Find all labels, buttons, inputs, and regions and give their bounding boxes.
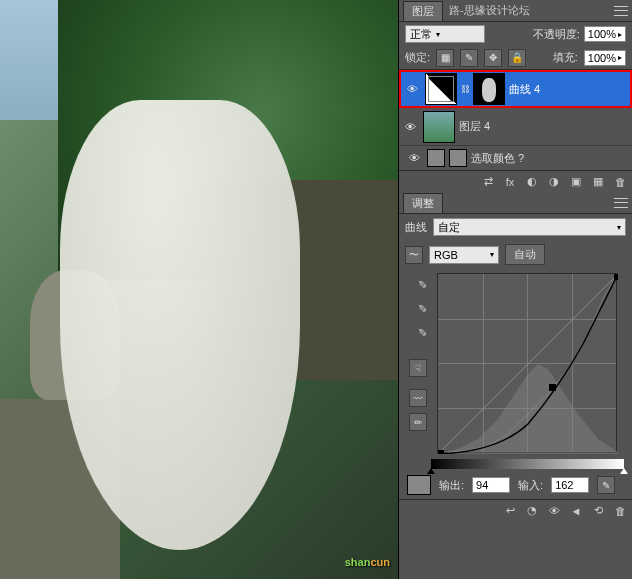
tab-adjustments[interactable]: 调整: [403, 193, 443, 213]
clip-icon[interactable]: ◔: [524, 503, 540, 519]
preset-dropdown[interactable]: 自定▾: [433, 218, 626, 236]
panel-menu-icon[interactable]: [614, 198, 628, 208]
prev-icon[interactable]: ◄: [568, 503, 584, 519]
blend-toolbar: 正常▾ 不透明度: 100%▸: [399, 22, 632, 46]
lock-all-icon[interactable]: 🔒: [508, 49, 526, 67]
watermark: shancun: [345, 550, 390, 571]
trash-icon[interactable]: 🗑: [612, 503, 628, 519]
opacity-label: 不透明度:: [533, 27, 580, 42]
layer-list: 👁 ⛓ 曲线 4 👁 图层 4 👁 选取颜色 ?: [399, 70, 632, 170]
layer-name[interactable]: 曲线 4: [509, 82, 628, 97]
mask-thumb[interactable]: [473, 73, 505, 105]
lock-transparency-icon[interactable]: ▦: [436, 49, 454, 67]
link-layers-icon[interactable]: ⇄: [480, 174, 496, 190]
adjust-panel-tabs: 调整: [399, 192, 632, 214]
output-value-input[interactable]: 94: [472, 477, 510, 493]
curves-tools: ☟ 〰 ✏: [405, 273, 431, 453]
layers-bottom-bar: ⇄ fx ◐ ◑ ▣ ▦ 🗑: [399, 170, 632, 192]
small-thumb[interactable]: [449, 149, 467, 167]
curves-graph[interactable]: [437, 273, 617, 453]
layer-row-selective-color[interactable]: 👁 选取颜色 ?: [399, 146, 632, 170]
eyedropper-gray-icon[interactable]: [409, 301, 427, 319]
tab-layers[interactable]: 图层: [403, 1, 443, 21]
eye-icon[interactable]: 👁: [546, 503, 562, 519]
reset-icon[interactable]: ⟲: [590, 503, 606, 519]
auto-button[interactable]: 自动: [505, 244, 545, 265]
lock-pixels-icon[interactable]: ✎: [460, 49, 478, 67]
draw-curve-icon[interactable]: ✏: [409, 413, 427, 431]
visibility-eye-icon[interactable]: 👁: [401, 118, 419, 136]
input-gradient[interactable]: [431, 459, 624, 469]
group-icon[interactable]: ▣: [568, 174, 584, 190]
lock-label: 锁定:: [405, 50, 430, 65]
output-input-row: 输出: 94 输入: 162 ✎: [399, 471, 632, 499]
layer-row-curves4[interactable]: 👁 ⛓ 曲线 4: [399, 70, 632, 108]
new-layer-icon[interactable]: ▦: [590, 174, 606, 190]
panel-menu-icon[interactable]: [614, 6, 628, 16]
fill-label: 填充:: [553, 50, 578, 65]
adjustment-thumb[interactable]: [425, 73, 457, 105]
layers-panel-tabs: 图层 路-思缘设计论坛: [399, 0, 632, 22]
link-icon: ⛓: [461, 84, 469, 94]
document-canvas[interactable]: shancun: [0, 0, 398, 579]
lock-position-icon[interactable]: ✥: [484, 49, 502, 67]
curves-channel-row: 〜 RGB▾ 自动: [399, 240, 632, 269]
opacity-input[interactable]: 100%▸: [584, 26, 626, 42]
eyedropper-white-icon[interactable]: [409, 325, 427, 343]
mask-icon[interactable]: ◐: [524, 174, 540, 190]
blend-mode-dropdown[interactable]: 正常▾: [405, 25, 485, 43]
svg-rect-3: [438, 450, 444, 454]
preview-thumb: [407, 475, 431, 495]
lock-toolbar: 锁定: ▦ ✎ ✥ 🔒 填充: 100%▸: [399, 46, 632, 70]
adjustment-icon[interactable]: ◑: [546, 174, 562, 190]
layer-name[interactable]: 选取颜色 ?: [471, 151, 626, 166]
curves-preset-row: 曲线 自定▾: [399, 214, 632, 240]
input-label: 输入:: [518, 478, 543, 493]
visibility-eye-icon[interactable]: 👁: [403, 80, 421, 98]
header-caption: 路-思缘设计论坛: [449, 3, 530, 18]
channel-dropdown[interactable]: RGB▾: [429, 246, 499, 264]
pencil-icon[interactable]: ✎: [597, 476, 615, 494]
panels-column: 图层 路-思缘设计论坛 正常▾ 不透明度: 100%▸ 锁定: ▦ ✎ ✥ 🔒 …: [398, 0, 632, 579]
svg-rect-2: [549, 384, 556, 391]
curves-editor: ☟ 〰 ✏: [399, 269, 632, 457]
curves-label: 曲线: [405, 220, 427, 235]
trash-icon[interactable]: 🗑: [612, 174, 628, 190]
return-icon[interactable]: ↩: [502, 503, 518, 519]
svg-marker-0: [438, 364, 618, 454]
on-image-tool-icon[interactable]: ☟: [409, 359, 427, 377]
photo-content: [0, 0, 398, 579]
eyedropper-black-icon[interactable]: [409, 277, 427, 295]
fill-input[interactable]: 100%▸: [584, 50, 626, 66]
small-thumb[interactable]: [427, 149, 445, 167]
svg-rect-4: [614, 274, 618, 280]
fx-icon[interactable]: fx: [502, 174, 518, 190]
edit-points-icon[interactable]: 〰: [409, 389, 427, 407]
output-label: 输出:: [439, 478, 464, 493]
input-value-input[interactable]: 162: [551, 477, 589, 493]
image-thumb[interactable]: [423, 111, 455, 143]
adjust-bottom-bar: ↩ ◔ 👁 ◄ ⟲ 🗑: [399, 499, 632, 521]
visibility-eye-icon[interactable]: 👁: [405, 149, 423, 167]
layer-name[interactable]: 图层 4: [459, 119, 630, 134]
layer-row-image4[interactable]: 👁 图层 4: [399, 108, 632, 146]
point-curve-icon[interactable]: 〜: [405, 246, 423, 264]
